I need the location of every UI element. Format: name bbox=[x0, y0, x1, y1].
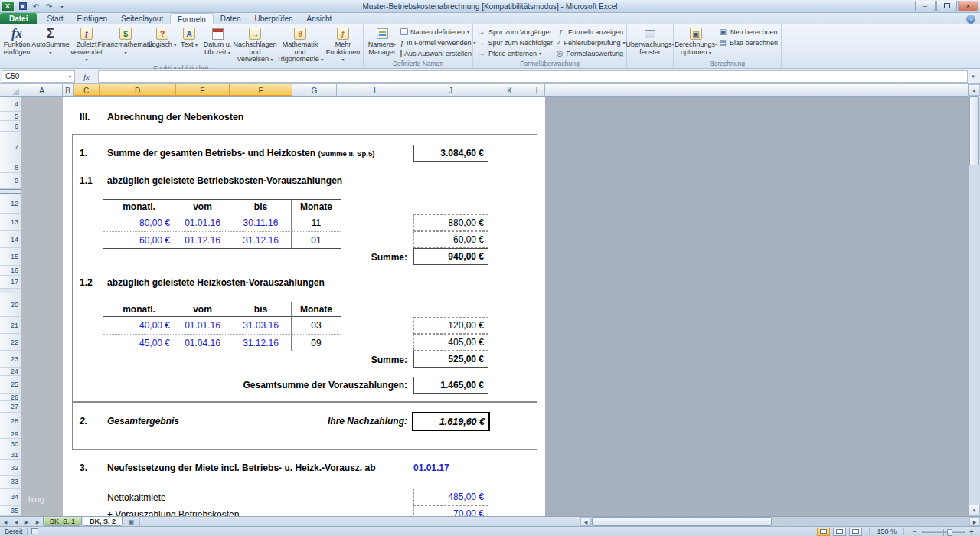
last-sheet-button[interactable]: ▶ bbox=[32, 517, 43, 526]
formula-input[interactable] bbox=[98, 70, 968, 83]
close-button[interactable]: × bbox=[958, 1, 978, 11]
cell-item11-sum-label[interactable]: Summe: bbox=[329, 252, 407, 263]
cell-item3-number[interactable]: 3. bbox=[80, 462, 87, 473]
column-header-C[interactable]: C bbox=[74, 84, 100, 96]
qat-customize-button[interactable]: ▾ bbox=[56, 1, 68, 11]
math-trig-button[interactable]: θ Mathematik und Trigonometrie ▾ bbox=[276, 25, 325, 64]
lookup-functions-button[interactable]: → Nachschlagen und Verweisen ▾ bbox=[234, 25, 276, 64]
autosum-button[interactable]: Σ AutoSumme ▾ bbox=[32, 25, 69, 64]
scroll-down-button[interactable]: ▼ bbox=[969, 505, 980, 516]
text-functions-button[interactable]: A Text ▾ bbox=[178, 25, 201, 64]
table-cell[interactable]: 45,00 € bbox=[103, 334, 175, 351]
sheet-tab-bk-s2[interactable]: BK, S. 2 bbox=[83, 517, 122, 526]
horizontal-scrollbar-track[interactable] bbox=[591, 517, 969, 526]
column-header-G[interactable]: G bbox=[292, 84, 337, 96]
cell-item12-title[interactable]: abzüglich geleistete Heizkosten-Vorausza… bbox=[107, 277, 325, 288]
cell-item12-sum-label[interactable]: Summe: bbox=[329, 355, 407, 365]
cell-vorauszahlung-bk-label[interactable]: + Vorauszahlung Betriebskosten bbox=[107, 509, 239, 516]
first-sheet-button[interactable]: ◀ bbox=[0, 517, 11, 526]
use-in-formula-button[interactable]: ƒ In Formel verwenden▾ bbox=[399, 38, 471, 47]
table-cell[interactable]: 01.04.16 bbox=[175, 334, 230, 351]
zoom-slider-thumb[interactable] bbox=[947, 529, 952, 536]
cell-item12-amount-1[interactable]: 120,00 € bbox=[413, 317, 488, 334]
cell-prepay-total[interactable]: 1.465,00 € bbox=[413, 377, 488, 394]
cell-heading-number[interactable]: III. bbox=[80, 112, 90, 123]
calculate-sheet-button[interactable]: ▤ Blatt berechnen bbox=[717, 38, 779, 47]
calculation-options-button[interactable]: ▣ Berechnungs-optionen ▾ bbox=[675, 25, 717, 60]
save-button[interactable] bbox=[17, 1, 29, 11]
column-header-D[interactable]: D bbox=[100, 84, 176, 96]
cell-item12-sum[interactable]: 525,00 € bbox=[413, 351, 488, 368]
error-checking-button[interactable]: ✓ Fehlerüberprüfung▾ bbox=[554, 38, 625, 47]
table-cell[interactable]: 03 bbox=[292, 317, 341, 334]
table-cell[interactable]: 60,00 € bbox=[103, 231, 175, 248]
trace-dependents-button[interactable]: → Spur zum Nachfolger bbox=[475, 38, 554, 47]
tab-ansicht[interactable]: Ansicht bbox=[300, 13, 339, 24]
table-cell[interactable]: 30.11.16 bbox=[230, 214, 292, 231]
cell-item2-title[interactable]: Gesamtergebnis bbox=[107, 416, 179, 427]
cell-item11-amount-2[interactable]: 60,00 € bbox=[413, 231, 488, 248]
cell-item12-amount-2[interactable]: 405,00 € bbox=[413, 334, 488, 351]
horizontal-scrollbar[interactable]: ◀ ▶ bbox=[580, 517, 980, 526]
tab-ueberpruefen[interactable]: Überprüfen bbox=[247, 13, 299, 24]
tab-datei[interactable]: Datei bbox=[0, 13, 37, 24]
column-header-I[interactable]: I bbox=[337, 84, 413, 96]
cell-heading-text[interactable]: Abrechnung der Nebenkosten bbox=[107, 112, 244, 123]
cell-item3-title[interactable]: Neufestsetzung der Miete incl. Betriebs-… bbox=[107, 462, 376, 473]
column-header-B[interactable]: B bbox=[63, 84, 74, 96]
table-cell[interactable]: 11 bbox=[292, 214, 341, 231]
cell-item11-title[interactable]: abzüglich geleistete Betriebskosten-Vora… bbox=[107, 175, 342, 186]
horizontal-scrollbar-thumb[interactable] bbox=[592, 517, 772, 526]
more-functions-button[interactable]: ƒ Mehr Funktionen ▾ bbox=[325, 25, 361, 64]
normal-view-button[interactable] bbox=[817, 528, 830, 536]
name-box[interactable]: C50 ▾ bbox=[2, 70, 75, 83]
minimize-button[interactable]: – bbox=[915, 1, 936, 11]
cell-item1-number[interactable]: 1. bbox=[80, 148, 87, 159]
calculate-now-button[interactable]: ▣ Neu berechnen bbox=[717, 27, 779, 37]
table-cell[interactable]: 31.12.16 bbox=[230, 231, 292, 248]
tab-daten[interactable]: Daten bbox=[214, 13, 248, 24]
trace-precedents-button[interactable]: → Spur zum Vorgänger bbox=[475, 27, 554, 37]
sheet-tab-bk-s1[interactable]: BK, S. 1 bbox=[43, 517, 82, 526]
logical-functions-button[interactable]: ? Logisch ▾ bbox=[147, 25, 178, 64]
next-sheet-button[interactable]: ▶ bbox=[21, 517, 32, 526]
define-name-button[interactable]: Namen definieren▾ bbox=[399, 27, 471, 37]
cell-item2-number[interactable]: 2. bbox=[80, 416, 87, 427]
undo-button[interactable]: ↶ bbox=[30, 1, 42, 11]
tab-seitenlayout[interactable]: Seitenlayout bbox=[114, 13, 170, 24]
name-manager-button[interactable]: Namens-Manager bbox=[365, 25, 399, 60]
zoom-out-button[interactable]: − bbox=[911, 528, 919, 536]
tab-formeln[interactable]: Formeln bbox=[170, 13, 214, 24]
zoom-in-button[interactable]: + bbox=[968, 528, 975, 536]
create-from-selection-button[interactable]: Aus Auswahl erstellen bbox=[399, 48, 471, 58]
column-header-E[interactable]: E bbox=[176, 84, 230, 96]
table-cell[interactable]: 01.01.16 bbox=[175, 214, 230, 231]
tab-start[interactable]: Start bbox=[40, 13, 70, 24]
watch-window-button[interactable]: Überwachungs-fenster bbox=[629, 25, 671, 60]
insert-worksheet-tab[interactable]: ▣ bbox=[123, 517, 140, 526]
scroll-right-button[interactable]: ▶ bbox=[969, 517, 980, 526]
cell-item2-result[interactable]: 1.619,60 € bbox=[412, 412, 490, 431]
scroll-left-button[interactable]: ◀ bbox=[580, 517, 591, 526]
column-header-J[interactable]: J bbox=[413, 84, 488, 96]
cell-nettokaltmiete-label[interactable]: Nettokaltmiete bbox=[107, 492, 166, 503]
table-cell[interactable]: 80,00 € bbox=[103, 214, 175, 231]
table-cell[interactable]: 09 bbox=[292, 334, 341, 351]
column-header-L[interactable]: L bbox=[531, 84, 545, 96]
column-header-F[interactable]: F bbox=[230, 84, 292, 96]
cell-item12-number[interactable]: 1.2 bbox=[80, 277, 93, 288]
maximize-button[interactable] bbox=[936, 1, 957, 11]
page-break-view-button[interactable] bbox=[849, 528, 862, 536]
financial-functions-button[interactable]: $ Finanzmathematik ▾ bbox=[104, 25, 147, 64]
table-cell[interactable]: 31.03.16 bbox=[230, 317, 292, 334]
table-cell[interactable]: 01 bbox=[292, 231, 341, 248]
cell-item11-sum[interactable]: 940,00 € bbox=[413, 248, 488, 265]
cell-vorauszahlung-bk-value[interactable]: 70,00 € bbox=[413, 505, 488, 516]
cell-nettokaltmiete-value[interactable]: 485,00 € bbox=[413, 489, 488, 505]
select-all-corner[interactable] bbox=[0, 84, 21, 96]
table-cell[interactable]: 40,00 € bbox=[103, 317, 175, 334]
cell-prepay-total-label[interactable]: Gesamtsumme der Vorauszahlungen: bbox=[214, 380, 407, 391]
scroll-up-button[interactable]: ▲ bbox=[969, 84, 980, 96]
datetime-functions-button[interactable]: Datum u. Uhrzeit ▾ bbox=[201, 25, 234, 64]
previous-sheet-button[interactable]: ◀ bbox=[11, 517, 21, 526]
